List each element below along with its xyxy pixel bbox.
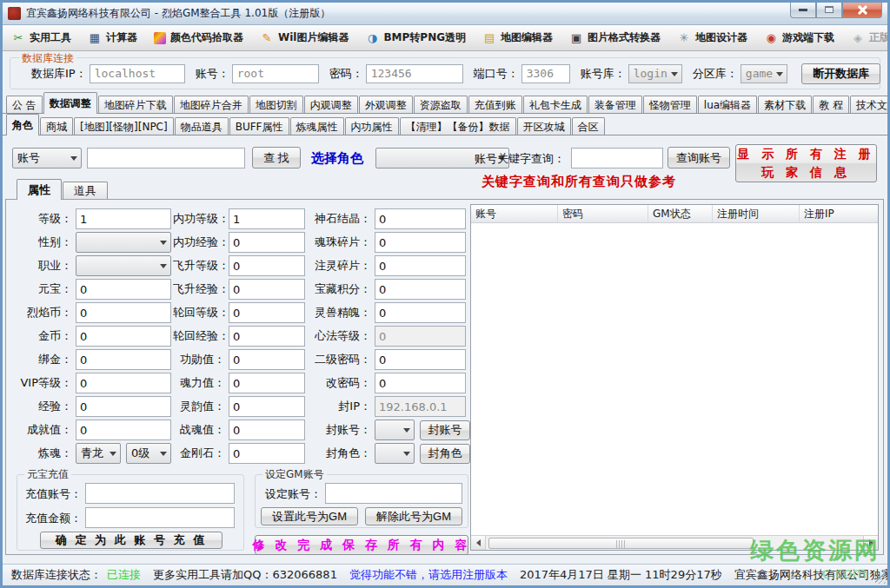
tab-tech-articles[interactable]: 技术文章 [850, 96, 890, 114]
toolbar-item-utility-tools[interactable]: 实用工具 [11, 30, 71, 45]
ban-role-button[interactable]: 封角色 [420, 444, 470, 464]
toolbar-item-wil-editor[interactable]: Wil图片编辑器 [260, 30, 349, 45]
form-input[interactable] [229, 208, 305, 229]
keyword-input[interactable] [571, 148, 663, 168]
find-button[interactable]: 查 找 [252, 147, 301, 168]
form-input[interactable] [375, 255, 466, 276]
tab-data-adjust[interactable]: 数据调整 [43, 92, 97, 114]
form-input[interactable] [375, 302, 466, 323]
subtab-mall[interactable]: 商城 [40, 117, 73, 135]
level-input[interactable] [76, 208, 171, 229]
show-all-players-button[interactable]: 显 示 所 有 注 册 玩 家 信 息 [735, 144, 877, 182]
set-gm-button[interactable]: 设置此号为GM [261, 507, 358, 525]
profession-select[interactable] [76, 255, 171, 276]
tab-map-fragment-merge[interactable]: 地图碎片合并 [174, 96, 249, 114]
form-input[interactable] [229, 396, 305, 417]
innertab-items[interactable]: 道具 [63, 182, 108, 200]
toolbar-item-map-editor[interactable]: 地图编辑器 [482, 30, 553, 45]
tab-equipment-manage[interactable]: 装备管理 [588, 96, 642, 114]
form-input[interactable] [229, 420, 305, 440]
soul-refine-level-select[interactable]: 0级 [126, 443, 171, 464]
subtab-clean-backup-data[interactable]: 【清理】【备份】数据 [400, 117, 516, 135]
tab-internal-view-adjust[interactable]: 内观调整 [304, 96, 358, 114]
ban-account-select[interactable] [375, 420, 415, 440]
tab-announcement[interactable]: 公 告 [6, 96, 43, 114]
scrollbar-thumb[interactable] [488, 538, 754, 549]
subtab-soul-refine-attrs[interactable]: 炼魂属性 [290, 117, 344, 135]
subtab-map-monster-npc[interactable]: [地图][怪物][NPC] [74, 117, 174, 135]
toolbar-item-image-converter[interactable]: 图片格式转换器 [569, 30, 661, 45]
db-password-input[interactable] [366, 64, 463, 83]
recharge-account-input[interactable] [85, 483, 235, 504]
tab-map-fragment-download[interactable]: 地图碎片下载 [98, 96, 173, 114]
form-input[interactable] [76, 349, 171, 370]
toolbar-item-calculator[interactable]: 计算器 [88, 30, 137, 45]
db-zone-db-select[interactable]: game [741, 64, 787, 83]
recharge-amount-input[interactable] [85, 507, 235, 528]
toolbar-item-color-picker[interactable]: 颜色代码拾取器 [154, 30, 243, 45]
table-body[interactable] [471, 223, 878, 535]
form-input[interactable] [76, 420, 171, 440]
col-header-account[interactable]: 账号 [471, 205, 558, 222]
scroll-left-arrow-icon[interactable] [471, 536, 486, 550]
unset-gm-button[interactable]: 解除此号为GM [365, 507, 462, 525]
gm-account-input[interactable] [325, 483, 462, 504]
subtab-buff-attrs[interactable]: BUFF属性 [229, 117, 289, 135]
save-all-button[interactable]: 修 改 完 成 保 存 所 有 内 容 [255, 535, 468, 555]
form-input[interactable] [76, 302, 171, 323]
db-port-input[interactable] [521, 64, 570, 83]
form-input[interactable] [229, 443, 305, 464]
innertab-attributes[interactable]: 属性 [17, 179, 62, 200]
col-header-register-time[interactable]: 注册时间 [713, 205, 800, 222]
toolbar-item-bmp-to-png[interactable]: BMP转PNG透明 [365, 30, 466, 45]
gender-select[interactable] [76, 232, 171, 253]
form-input[interactable] [229, 279, 305, 300]
tab-giftcard-generate[interactable]: 礼包卡生成 [523, 96, 588, 114]
form-input[interactable] [229, 373, 305, 393]
form-input[interactable] [229, 326, 305, 347]
form-input[interactable] [76, 396, 171, 417]
toolbar-item-map-designer[interactable]: 地图设计器 [677, 30, 747, 45]
form-input[interactable] [375, 349, 466, 370]
close-button[interactable] [842, 2, 882, 18]
soul-refine-type-select[interactable]: 青龙 [76, 443, 121, 464]
form-input[interactable] [375, 279, 466, 300]
toolbar-item-game-download[interactable]: 游戏端下载 [764, 30, 834, 45]
ban-role-select[interactable] [375, 443, 415, 464]
form-input[interactable] [229, 349, 305, 370]
subtab-merge-server[interactable]: 合区 [572, 117, 605, 135]
form-input[interactable] [229, 232, 305, 253]
subtab-role[interactable]: 角色 [6, 114, 39, 135]
col-header-gm-status[interactable]: GM状态 [648, 205, 713, 222]
tab-recharge-arrival[interactable]: 充值到账 [468, 96, 522, 114]
resize-grip[interactable] [875, 573, 886, 584]
subtab-open-server-siege[interactable]: 开区攻城 [517, 117, 571, 135]
form-input[interactable] [76, 326, 171, 347]
search-input[interactable] [87, 148, 245, 168]
disconnect-db-button[interactable]: 断开数据库 [801, 63, 880, 84]
form-input[interactable] [229, 255, 305, 276]
db-ip-input[interactable] [90, 64, 185, 83]
tab-tutorial[interactable]: 教 程 [813, 96, 849, 114]
minimize-button[interactable] [790, 2, 816, 18]
subtab-items[interactable]: 物品道具 [175, 117, 229, 135]
form-input[interactable] [375, 373, 466, 393]
tab-resource-grab[interactable]: 资源盗取 [414, 96, 468, 114]
tab-map-cut[interactable]: 地图切割 [249, 96, 303, 114]
db-account-db-select[interactable]: login [628, 64, 682, 83]
tab-appearance-adjust[interactable]: 外观调整 [359, 96, 413, 114]
form-input[interactable] [375, 232, 466, 253]
query-account-button[interactable]: 查询账号 [668, 147, 730, 168]
maximize-button[interactable] [816, 2, 842, 18]
form-input[interactable] [229, 302, 305, 323]
form-input[interactable] [76, 373, 171, 393]
subtab-neigong-attrs[interactable]: 内功属性 [345, 117, 399, 135]
confirm-recharge-button[interactable]: 确 定 为 此 账 号 充 值 [40, 532, 222, 549]
db-user-input[interactable] [232, 64, 319, 83]
tab-material-download[interactable]: 素材下载 [758, 96, 812, 114]
ban-account-button[interactable]: 封账号 [420, 420, 470, 440]
search-field-select[interactable]: 账号 [12, 148, 82, 168]
tab-monster-manage[interactable]: 怪物管理 [643, 96, 697, 114]
form-input[interactable] [76, 279, 171, 300]
col-header-register-ip[interactable]: 注册IP [800, 205, 878, 222]
